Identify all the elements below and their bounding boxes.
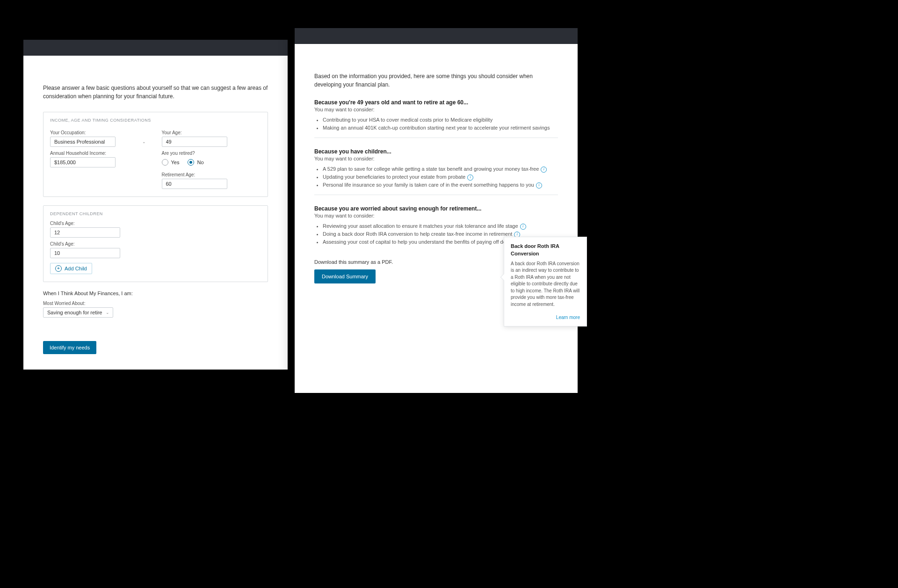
finances-heading: When I Think About My Finances, I am: [43, 290, 268, 296]
income-age-section: INCOME, AGE AND TIMING CONSIDERATIONS Yo… [43, 112, 268, 197]
occupation-select[interactable] [50, 137, 116, 147]
retired-no-radio[interactable]: No [188, 159, 203, 166]
worried-select[interactable] [43, 307, 113, 318]
section-title: INCOME, AGE AND TIMING CONSIDERATIONS [50, 118, 261, 123]
chevron-down-icon: ⌄ [142, 139, 146, 144]
consider-label: You may want to consider: [314, 156, 558, 161]
tooltip-title: Back door Roth IRA Conversion [511, 243, 580, 258]
section-2-list: A 529 plan to save for college while get… [323, 165, 558, 189]
intro-text: Please answer a few basic questions abou… [43, 84, 268, 101]
section-1-heading: Because you're 49 years old and want to … [314, 99, 558, 106]
age-input[interactable] [162, 137, 227, 147]
section-title: DEPENDENT CHILDREN [50, 211, 261, 216]
radio-label: No [197, 160, 203, 165]
topbar [295, 28, 578, 44]
questionnaire-panel: Please answer a few basic questions abou… [23, 40, 288, 370]
item-text: Personal life insurance so your family i… [323, 182, 534, 188]
divider [314, 195, 558, 195]
tooltip-body: A back door Roth IRA conversion is an in… [511, 261, 580, 308]
info-icon[interactable]: i [536, 182, 542, 189]
identify-needs-button[interactable]: Identify my needs [43, 341, 96, 354]
item-text: Doing a back door Roth IRA conversion to… [323, 231, 512, 237]
child-age-label: Child's Age: [50, 241, 261, 247]
divider [314, 138, 558, 138]
child-2-age-input[interactable] [50, 248, 120, 258]
item-text: Reviewing your asset allocation to ensur… [323, 223, 518, 229]
item-text: A 529 plan to save for college while get… [323, 166, 539, 172]
topbar [23, 40, 288, 56]
list-item: Making an annual 401K catch-up contribut… [323, 124, 558, 132]
retired-yes-radio[interactable]: Yes [162, 159, 180, 166]
questionnaire-body: Please answer a few basic questions abou… [23, 56, 288, 368]
worried-label: Most Worried About: [43, 301, 268, 306]
radio-label: Yes [171, 160, 180, 165]
retired-label: Are you retired? [162, 151, 261, 156]
item-text: Assessing your cost of capital to help y… [323, 239, 529, 245]
info-icon[interactable]: i [520, 224, 526, 230]
add-child-label: Add Child [65, 266, 87, 271]
section-2-heading: Because you have children... [314, 148, 558, 155]
results-intro: Based on the information you provided, h… [314, 72, 558, 89]
retirement-age-input[interactable] [162, 179, 227, 189]
retirement-age-label: Retirement Age: [162, 172, 261, 177]
section-1-list: Contributing to your HSA to cover medica… [323, 116, 558, 132]
income-input[interactable] [50, 157, 116, 167]
stage: Please answer a few basic questions abou… [0, 0, 674, 441]
results-body: Based on the information you provided, h… [295, 44, 578, 298]
list-item: A 529 plan to save for college while get… [323, 165, 558, 173]
roth-ira-tooltip: Back door Roth IRA Conversion A back doo… [504, 237, 587, 327]
consider-label: You may want to consider: [314, 213, 558, 218]
download-summary-button[interactable]: Download Summary [314, 269, 376, 283]
results-panel: Based on the information you provided, h… [295, 28, 578, 393]
list-item: Contributing to your HSA to cover medica… [323, 116, 558, 124]
child-1-age-input[interactable] [50, 227, 120, 238]
list-item: Personal life insurance so your family i… [323, 181, 558, 189]
retired-radio-group: Yes No [162, 159, 261, 166]
item-text: Updating your beneficiaries to protect y… [323, 174, 465, 180]
consider-label: You may want to consider: [314, 107, 558, 112]
info-icon[interactable]: i [541, 167, 547, 173]
occupation-label: Your Occupation: [50, 130, 150, 135]
child-age-label: Child's Age: [50, 221, 261, 226]
dependent-children-section: DEPENDENT CHILDREN Child's Age: Child's … [43, 205, 268, 282]
section-3-heading: Because you are worried about saving eno… [314, 205, 558, 212]
list-item: Reviewing your asset allocation to ensur… [323, 222, 558, 230]
add-child-button[interactable]: + Add Child [50, 263, 92, 274]
plus-icon: + [55, 265, 62, 272]
info-icon[interactable]: i [467, 174, 473, 181]
income-label: Annual Household Income: [50, 151, 150, 156]
learn-more-link[interactable]: Learn more [511, 314, 580, 321]
list-item: Updating your beneficiaries to protect y… [323, 173, 558, 181]
age-label: Your Age: [162, 130, 261, 135]
